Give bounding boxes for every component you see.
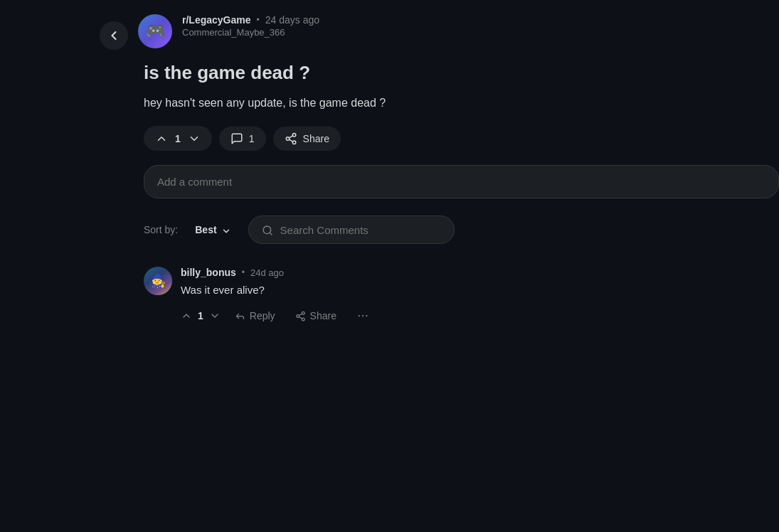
dot-separator: • xyxy=(257,15,260,25)
comment-actions: 1 xyxy=(181,306,779,325)
post-content: is the game dead ? hey hasn't seen any u… xyxy=(144,61,779,112)
downvote-icon[interactable] xyxy=(188,132,201,145)
search-bar xyxy=(248,216,455,244)
search-input[interactable] xyxy=(280,224,441,236)
post-time: 24 days ago xyxy=(265,14,319,26)
comments-section: 🧙 billy_bonus • 24d ago Was it ever aliv… xyxy=(144,267,779,325)
svg-line-4 xyxy=(289,136,292,138)
reply-label: Reply xyxy=(250,310,275,321)
comment-dot-separator: • xyxy=(242,267,245,277)
sort-dropdown[interactable]: Best xyxy=(188,220,238,240)
comment-vote: 1 xyxy=(181,309,221,322)
comment-button[interactable]: 1 xyxy=(219,127,266,151)
comment-item: 🧙 billy_bonus • 24d ago Was it ever aliv… xyxy=(144,267,779,325)
action-bar: 1 1 xyxy=(144,126,779,151)
share-label: Share xyxy=(303,133,329,144)
svg-line-10 xyxy=(299,316,302,318)
sort-search-bar: Sort by: Best xyxy=(144,216,779,244)
sort-by-label: Sort by: xyxy=(144,224,178,235)
svg-point-12 xyxy=(359,315,360,316)
more-options-button[interactable] xyxy=(351,306,375,325)
poster-username[interactable]: Commercial_Maybe_366 xyxy=(182,27,319,38)
comment-body: billy_bonus • 24d ago Was it ever alive?… xyxy=(181,267,779,325)
svg-point-14 xyxy=(366,315,367,316)
post-title: is the game dead ? xyxy=(144,61,779,85)
comment-count: 1 xyxy=(249,133,255,144)
comment-username[interactable]: billy_bonus xyxy=(181,267,236,278)
subreddit-name[interactable]: r/LegacyGame xyxy=(182,14,251,26)
comment-downvote-icon[interactable] xyxy=(209,309,221,322)
comment-share-button[interactable]: Share xyxy=(290,307,342,324)
chevron-down-icon xyxy=(221,224,231,235)
comment-meta: billy_bonus • 24d ago xyxy=(181,267,779,278)
comment-input-area xyxy=(144,165,779,198)
comment-vote-count: 1 xyxy=(198,310,203,321)
share-icon xyxy=(285,132,297,145)
reply-button[interactable]: Reply xyxy=(229,307,281,324)
svg-line-3 xyxy=(289,139,292,142)
comment-upvote-icon[interactable] xyxy=(181,309,192,322)
comment-text: Was it ever alive? xyxy=(181,282,779,299)
comment-time: 24d ago xyxy=(250,267,284,278)
vote-count: 1 xyxy=(175,133,181,144)
post-body: hey hasn't seen any update, is the game … xyxy=(144,94,779,112)
search-icon xyxy=(262,223,273,236)
svg-line-6 xyxy=(270,233,272,235)
subreddit-avatar: 🎮 xyxy=(138,14,172,48)
post-meta: r/LegacyGame • 24 days ago Commercial_Ma… xyxy=(182,14,319,38)
comment-avatar: 🧙 xyxy=(144,267,172,295)
comment-icon xyxy=(230,132,243,145)
comment-share-icon xyxy=(295,309,306,321)
upvote-icon[interactable] xyxy=(155,132,168,145)
vote-button[interactable]: 1 xyxy=(144,126,212,151)
reply-icon xyxy=(235,309,245,321)
share-button[interactable]: Share xyxy=(273,127,341,151)
sort-value: Best xyxy=(195,224,216,235)
svg-line-11 xyxy=(299,314,302,315)
comment-share-label: Share xyxy=(310,310,336,321)
svg-point-13 xyxy=(362,315,364,316)
back-button[interactable] xyxy=(100,21,128,50)
comment-input[interactable] xyxy=(144,165,779,198)
